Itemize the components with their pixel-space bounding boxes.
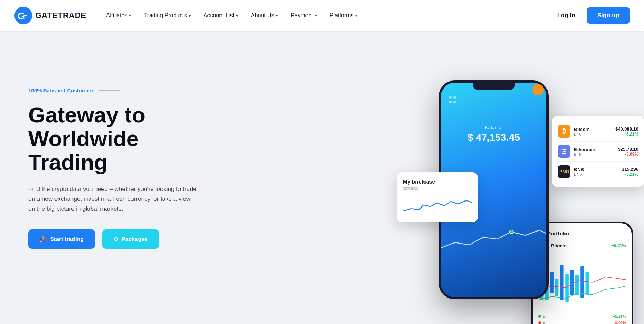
portfolio-legend: n +5.21% n -3.09% d +5.21% <box>538 314 626 324</box>
nav-about-us[interactable]: About Us ▾ <box>245 10 284 22</box>
eth-info: Ethereum ETH <box>574 147 614 156</box>
chevron-down-icon: ▾ <box>276 13 278 18</box>
eth-icon: Ξ <box>558 145 570 158</box>
signup-button[interactable]: Sign up <box>587 7 630 24</box>
phone-dots <box>449 96 456 103</box>
logo-icon: G T <box>14 6 33 25</box>
btc-symbol: BTC <box>574 132 612 136</box>
nav-trading-products[interactable]: Trading Products ▾ <box>138 10 196 22</box>
bnb-name: BNB <box>574 167 618 172</box>
svg-rect-9 <box>560 265 564 300</box>
portfolio-btc-change: +5.21% <box>611 243 626 248</box>
logo[interactable]: G T GATETRADE <box>14 6 86 25</box>
bnb-icon: BNB <box>558 165 570 178</box>
balance-label: Balance <box>485 125 503 130</box>
svg-rect-7 <box>550 272 554 293</box>
briefcase-chart <box>403 195 472 215</box>
hero-visual: Balance $ 47,153.45 ₿ Bitcoin BTC <box>397 52 644 324</box>
packages-icon: ⊙ <box>113 236 118 242</box>
navbar: G T GATETRADE Affiliates ▾ Trading Produ… <box>0 0 644 31</box>
start-trading-button[interactable]: 🚀 Start trading <box>28 229 95 249</box>
portfolio-btc-row: ₿ Bitcoin +5.21% <box>538 241 626 251</box>
portfolio-chart <box>538 254 626 311</box>
briefcase-subtitle: statistics <box>403 186 472 190</box>
chevron-down-icon: ▾ <box>315 13 317 18</box>
crypto-row-eth: Ξ Ethereum ETH $25,78.10 -3.09% <box>558 142 638 162</box>
bnb-symbol: BNB <box>574 172 618 176</box>
crypto-row-bnb: BNB BNB BNB $15,236 +5.21% <box>558 162 638 181</box>
nav-account-list[interactable]: Account List ▾ <box>198 10 244 22</box>
satisfied-tag: 100% Satisfied Customers <box>28 88 212 94</box>
chevron-down-icon: ▾ <box>236 13 238 18</box>
crypto-card: ₿ Bitcoin BTC $40,088.10 +5.21% Ξ Ethere… <box>552 116 644 187</box>
svg-rect-12 <box>575 275 579 295</box>
svg-rect-14 <box>586 272 589 295</box>
hero-title: Gateway to Worldwide Trading <box>28 103 212 174</box>
nav-payment[interactable]: Payment ▾ <box>285 10 323 22</box>
btc-change: +5.21% <box>615 132 638 137</box>
eth-name: Ethereum <box>574 147 614 152</box>
svg-rect-11 <box>570 270 574 295</box>
svg-rect-8 <box>555 279 559 296</box>
eth-price: $25,78.10 <box>618 146 638 152</box>
brand-name: GATETRADE <box>35 11 86 20</box>
nav-links: Affiliates ▾ Trading Products ▾ Account … <box>100 10 553 22</box>
chevron-down-icon: ▾ <box>355 13 357 18</box>
bnb-change: +5.21% <box>622 172 638 177</box>
legend-row-1: n +5.21% <box>538 314 626 318</box>
hero-content: 100% Satisfied Customers Gateway to Worl… <box>28 31 212 249</box>
btc-name: Bitcoin <box>574 127 612 132</box>
avatar <box>532 84 544 95</box>
portfolio-title: My Portfolio <box>538 230 626 236</box>
btc-info: Bitcoin BTC <box>574 127 612 136</box>
phone-chart <box>441 220 546 255</box>
chevron-down-icon: ▾ <box>189 13 191 18</box>
nav-actions: Log In Sign up <box>553 7 630 24</box>
crypto-row-btc: ₿ Bitcoin BTC $40,088.10 +5.21% <box>558 121 638 142</box>
btc-icon: ₿ <box>558 125 570 138</box>
legend-row-2: n -3.09% <box>538 320 626 324</box>
eth-symbol: ETH <box>574 152 614 156</box>
briefcase-title: My briefcase <box>403 179 472 185</box>
bnb-price: $15,236 <box>622 167 638 172</box>
hero-description: Find the crypto data you need – whether … <box>28 184 198 214</box>
nav-platforms[interactable]: Platforms ▾ <box>324 10 363 22</box>
btc-price-area: $40,088.10 +5.21% <box>615 126 638 137</box>
login-button[interactable]: Log In <box>553 9 580 22</box>
portfolio-btc-label: Bitcoin <box>551 243 609 248</box>
nav-affiliates[interactable]: Affiliates ▾ <box>100 10 137 22</box>
phone-notch <box>473 80 515 90</box>
rocket-icon: 🚀 <box>40 236 47 242</box>
eth-price-area: $25,78.10 -3.09% <box>618 146 638 157</box>
balance-amount: $ 47,153.45 <box>468 132 520 143</box>
bnb-info: BNB BNB <box>574 167 618 176</box>
briefcase-card: My briefcase statistics <box>397 172 478 222</box>
svg-point-4 <box>510 230 513 234</box>
eth-change: -3.09% <box>618 152 638 157</box>
packages-button[interactable]: ⊙ Packages <box>102 229 159 249</box>
hero-buttons: 🚀 Start trading ⊙ Packages <box>28 229 212 249</box>
bnb-price-area: $15,236 +5.21% <box>622 167 638 177</box>
chevron-down-icon: ▾ <box>129 13 131 18</box>
svg-text:T: T <box>23 14 27 20</box>
btc-price: $40,088.10 <box>615 126 638 132</box>
hero-section: 100% Satisfied Customers Gateway to Worl… <box>0 31 644 324</box>
